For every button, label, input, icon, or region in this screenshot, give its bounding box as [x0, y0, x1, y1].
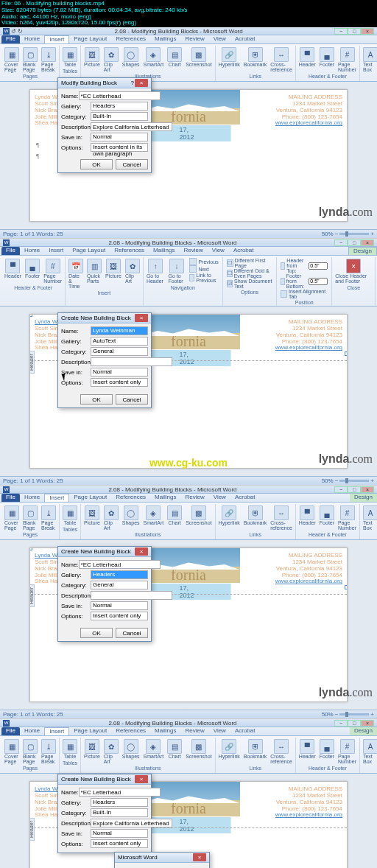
- tab-design[interactable]: Design: [348, 247, 377, 255]
- blank-page-button[interactable]: ▢Blank Page: [22, 738, 38, 765]
- tab-mailings[interactable]: Mailings: [150, 494, 180, 502]
- link-prev-button[interactable]: Link to Previous: [188, 273, 219, 283]
- minimize-button[interactable]: −: [334, 239, 348, 246]
- footer-button[interactable]: ▄Footer: [319, 738, 335, 765]
- shapes-button[interactable]: ◯Shapes: [121, 738, 141, 765]
- clipart-button[interactable]: ✿Clip Art: [103, 46, 119, 73]
- cancel-button[interactable]: Cancel: [116, 159, 148, 169]
- hf-pagenum-button[interactable]: #Page Number: [43, 258, 63, 284]
- pagenumber-button[interactable]: #Page Number: [337, 46, 357, 73]
- savein-select[interactable]: Normal: [91, 601, 148, 610]
- table-button[interactable]: ▦Table: [62, 505, 78, 526]
- tab-home[interactable]: Home: [20, 35, 44, 43]
- hf-clip-button[interactable]: ✿Clip Art: [124, 258, 141, 290]
- savein-select[interactable]: Normal: [91, 368, 148, 377]
- clipart-button[interactable]: ✿Clip Art: [103, 738, 119, 765]
- selection-handle[interactable]: [29, 547, 32, 550]
- bookmark-button[interactable]: ⛨Bookmark: [243, 46, 268, 73]
- tab-file[interactable]: File: [1, 494, 20, 502]
- zoom-control[interactable]: 50%−+: [322, 711, 374, 718]
- tab-home[interactable]: Home: [20, 494, 44, 502]
- selection-handle[interactable]: [345, 351, 348, 356]
- maximize-button[interactable]: □: [348, 486, 361, 493]
- document-area-3[interactable]: Lynda WeinmanScott SimpsonNick BrazziJol…: [0, 540, 377, 710]
- diff-odd-checkbox[interactable]: ☐Different Odd & Even Pages: [225, 268, 275, 279]
- footer-button[interactable]: ▄Footer: [319, 505, 335, 531]
- screenshot-button[interactable]: ▩Screenshot: [185, 46, 212, 73]
- dialog-close-button[interactable]: ×: [135, 547, 148, 556]
- tab-mailings[interactable]: Mailings: [149, 247, 179, 255]
- shapes-button[interactable]: ◯Shapes: [121, 505, 141, 531]
- blank-page-button[interactable]: ▢Blank Page: [22, 505, 38, 531]
- cover-page-button[interactable]: ▦Cover Page: [4, 46, 20, 73]
- hyperlink-button[interactable]: 🔗Hyperlink: [218, 738, 241, 765]
- footer-button[interactable]: ▄Footer: [319, 46, 335, 73]
- minimize-button[interactable]: −: [334, 28, 348, 35]
- footer-bottom-spinner[interactable]: Footer from Bottom:: [279, 273, 329, 289]
- chart-button[interactable]: ▤Chart: [166, 46, 183, 73]
- hyperlink-button[interactable]: 🔗Hyperlink: [218, 505, 241, 531]
- tab-file[interactable]: File: [1, 727, 20, 735]
- ok-button[interactable]: OK: [80, 159, 113, 169]
- dialog-close-button[interactable]: ×: [135, 314, 148, 322]
- close-button[interactable]: ×: [361, 486, 374, 493]
- description-input[interactable]: [91, 591, 172, 600]
- crossref-button[interactable]: ↔Cross-reference: [269, 738, 293, 765]
- zoom-control[interactable]: 50%−+: [322, 477, 374, 484]
- document-area-2[interactable]: Lynda Weinman Scott Simpson Nick Brazzi …: [0, 307, 377, 476]
- smartart-button[interactable]: ◈SmartArt: [143, 46, 165, 73]
- cancel-button[interactable]: Cancel: [116, 628, 148, 638]
- blank-page-button[interactable]: ▢Blank Page: [22, 46, 38, 73]
- bookmark-button[interactable]: ⛨Bookmark: [243, 505, 268, 531]
- dialog-close-button[interactable]: ×: [193, 853, 206, 861]
- category-select[interactable]: General: [91, 581, 148, 589]
- name-input[interactable]: [79, 560, 161, 569]
- options-select[interactable]: Insert content only: [91, 839, 148, 848]
- smartart-button[interactable]: ◈SmartArt: [143, 505, 165, 531]
- screenshot-button[interactable]: ▩Screenshot: [185, 738, 212, 765]
- tab-review[interactable]: Review: [180, 35, 208, 43]
- tab-acrobat[interactable]: Acrobat: [230, 727, 260, 735]
- tab-references[interactable]: References: [111, 35, 150, 43]
- smartart-button[interactable]: ◈SmartArt: [143, 738, 165, 765]
- hf-date-button[interactable]: 📅Date & Time: [68, 258, 84, 290]
- shapes-button[interactable]: ◯Shapes: [121, 46, 141, 73]
- minimize-button[interactable]: −: [334, 720, 348, 727]
- hf-picture-button[interactable]: 🖼Picture: [105, 258, 122, 290]
- dialog-close-button[interactable]: ×: [135, 775, 148, 783]
- description-input[interactable]: [91, 357, 172, 366]
- show-doc-checkbox[interactable]: ☑Show Document Text: [225, 279, 275, 289]
- textbox-button[interactable]: AText Box: [362, 46, 377, 74]
- tab-pagelayout[interactable]: Page Layout: [69, 35, 111, 43]
- tab-insert[interactable]: Insert: [44, 727, 69, 735]
- close-button[interactable]: ×: [361, 239, 374, 246]
- hf-header-button[interactable]: ▀Header: [4, 258, 22, 284]
- picture-button[interactable]: 🖼Picture: [83, 46, 101, 73]
- clipart-button[interactable]: ✿Clip Art: [103, 505, 119, 531]
- name-input[interactable]: Lynda Weinman: [91, 326, 148, 335]
- picture-button[interactable]: 🖼Picture: [83, 505, 101, 531]
- ok-button[interactable]: OK: [80, 394, 113, 405]
- hyperlink-button[interactable]: 🔗Hyperlink: [218, 46, 241, 73]
- gallery-select[interactable]: Headers: [91, 798, 148, 807]
- tab-references[interactable]: References: [111, 727, 150, 735]
- name-input[interactable]: [79, 788, 161, 797]
- tab-pagelayout[interactable]: Page Layout: [68, 247, 110, 255]
- dialog-help-button[interactable]: ?: [131, 80, 134, 86]
- category-select[interactable]: General: [91, 347, 148, 356]
- screenshot-button[interactable]: ▩Screenshot: [185, 505, 212, 531]
- tab-references[interactable]: References: [110, 247, 149, 255]
- textbox-button[interactable]: AText Box: [362, 505, 377, 533]
- page-break-button[interactable]: ⤓Page Break: [40, 46, 57, 73]
- tab-home[interactable]: Home: [20, 727, 44, 735]
- align-tab-button[interactable]: Insert Alignment Tab: [279, 289, 329, 299]
- tab-home[interactable]: Home: [20, 247, 44, 255]
- goto-header-button[interactable]: ↑Go to Header: [146, 258, 166, 284]
- tab-review[interactable]: Review: [179, 247, 207, 255]
- description-input[interactable]: [91, 122, 172, 131]
- document-area-4[interactable]: Lynda WeinmanScott SimpsonNick BrazziJol…: [0, 774, 377, 868]
- tab-review[interactable]: Review: [180, 494, 208, 502]
- category-select[interactable]: Built-In: [91, 808, 148, 817]
- cover-page-button[interactable]: ▦Cover Page: [4, 738, 20, 765]
- crossref-button[interactable]: ↔Cross-reference: [269, 505, 293, 531]
